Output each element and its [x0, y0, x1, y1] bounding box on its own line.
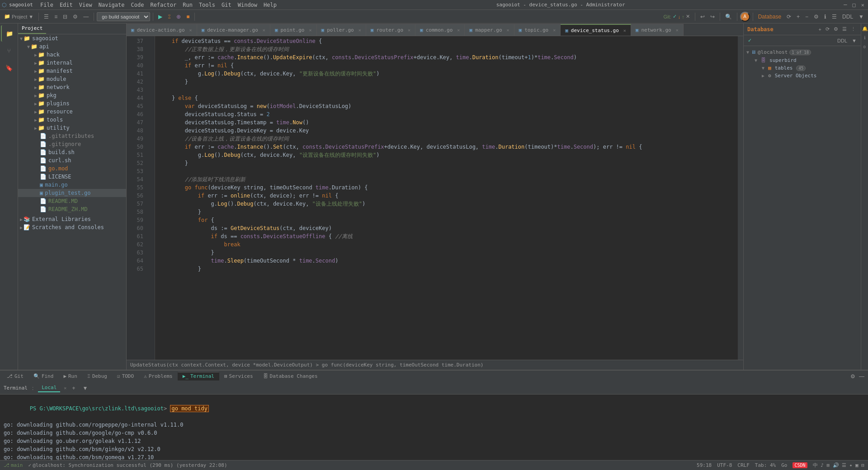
tab-close-icon[interactable]: ✕	[457, 28, 460, 33]
menu-item-edit[interactable]: Edit	[57, 2, 75, 8]
csdn-logo[interactable]: CSDN	[793, 462, 807, 468]
activity-project-btn[interactable]: 📁	[1, 25, 17, 42]
undo-btn[interactable]: ↩	[698, 13, 707, 21]
tab-router[interactable]: ▣ router.go ✕	[366, 24, 415, 36]
tab-close-icon[interactable]: ✕	[309, 28, 311, 33]
tab-device-status[interactable]: ▣ device_status.go ✕	[561, 24, 631, 36]
sidebar-item-readme-md[interactable]: 📄 README.MD	[18, 197, 126, 205]
sidebar-item-tools[interactable]: ▶ 📁 tools	[18, 116, 126, 124]
collapse-all-btn[interactable]: ⊟	[61, 13, 70, 21]
status-sync[interactable]: ✓ @localhost: Synchronization successful…	[28, 462, 227, 468]
menu-item-refactor[interactable]: Refactor	[147, 2, 179, 8]
db-panel-more-btn[interactable]: ⋮	[849, 25, 857, 33]
menu-item-run[interactable]: Run	[180, 2, 195, 8]
project-selector-btn[interactable]: 📁 Project ▼	[2, 13, 36, 20]
tab-close-icon[interactable]: ✕	[189, 28, 192, 33]
sidebar-item-sagooiot[interactable]: ▼ 📁 sagooiot	[18, 34, 126, 42]
terminal-local-tab[interactable]: Local	[38, 384, 60, 392]
tab-close-icon[interactable]: ✕	[553, 28, 556, 33]
db-toolbar-add[interactable]: +	[794, 13, 802, 21]
sidebar-item-readme-zh-md[interactable]: 📄 README_ZH.MD	[18, 205, 126, 213]
sidebar-item-manifest[interactable]: ▶ 📁 manifest	[18, 67, 126, 75]
db-ddl-btn[interactable]: DDL	[836, 37, 849, 44]
sidebar-item-scratches[interactable]: ▶ 📝 Scratches and Consoles	[18, 223, 126, 231]
sidebar-item-curl-sh[interactable]: 📄 curl.sh	[18, 156, 126, 164]
tab-close-icon[interactable]: ✕	[623, 28, 626, 33]
redo-btn[interactable]: ↪	[708, 13, 717, 21]
user-avatar-btn[interactable]: A	[740, 12, 750, 22]
db-dml-btn[interactable]: ▼	[850, 37, 858, 44]
toggle-sidebar-btn[interactable]: ☰	[42, 13, 51, 21]
code-editor[interactable]: if deviceStatus == consts.DeviceStatueOn…	[155, 36, 738, 360]
db-synced-indicator[interactable]: ✓	[746, 37, 753, 44]
db-panel-props-btn[interactable]: ⚙	[832, 25, 840, 33]
tab-close-icon[interactable]: ✕	[507, 28, 509, 33]
menu-item-help[interactable]: Help	[261, 2, 279, 8]
sidebar-item-license[interactable]: 📄 LICENSE	[18, 173, 126, 181]
bottom-tab-services[interactable]: ⊞ Services	[219, 372, 258, 381]
run-coverage-btn[interactable]: ⊕	[174, 13, 183, 21]
tab-network[interactable]: ▣ network.go ✕	[631, 24, 684, 36]
db-panel-refresh-btn[interactable]: ⟳	[824, 25, 831, 33]
sidebar-item-module[interactable]: ▶ 📁 module	[18, 75, 126, 83]
sidebar-item-hack[interactable]: ▶ 📁 hack	[18, 51, 126, 59]
db-toolbar-refresh[interactable]: ⟳	[784, 13, 793, 21]
terminal-hide-btn[interactable]: —	[857, 372, 866, 381]
tab-close-icon[interactable]: ✕	[359, 28, 361, 33]
minimize-btn[interactable]: ─	[842, 2, 849, 8]
activity-bookmark-btn[interactable]: 🔖	[1, 60, 17, 76]
tab-mapper[interactable]: ▣ mapper.go ✕	[465, 24, 514, 36]
db-localhost-item[interactable]: ▼ 🖥 @localhost 1 of 18	[744, 48, 861, 56]
tab-close-icon[interactable]: ✕	[408, 28, 410, 33]
menu-item-view[interactable]: View	[76, 2, 95, 8]
status-position[interactable]: 59:18	[697, 462, 712, 468]
menu-item-tools[interactable]: Tools	[196, 2, 218, 8]
sidebar-item-internal[interactable]: ▶ 📁 internal	[18, 59, 126, 67]
maximize-btn[interactable]: □	[851, 2, 858, 8]
terminal-content[interactable]: PS G:\WORKSPACE\go\src\zlink.ltd\sagooio…	[0, 395, 868, 460]
tab-topic[interactable]: ▣ topic.go ✕	[514, 24, 561, 36]
db-panel-new-btn[interactable]: +	[817, 25, 823, 33]
tab-close-icon[interactable]: ✕	[676, 28, 679, 33]
terminal-dropdown-btn[interactable]: ▼	[80, 384, 90, 392]
db-toolbar-ddl[interactable]: DDL	[840, 13, 855, 21]
tab-poller[interactable]: ▣ poller.go ✕	[317, 24, 366, 36]
sidebar-item-external-libs[interactable]: ▶ 📚 External Libraries	[18, 215, 126, 223]
bottom-tab-todo[interactable]: ☑ TODO	[112, 372, 139, 381]
expand-all-btn[interactable]: ≡	[52, 13, 60, 21]
menu-item-file[interactable]: File	[38, 2, 56, 8]
stop-btn[interactable]: ■	[184, 13, 192, 21]
terminal-settings-btn[interactable]: ⚙	[849, 372, 857, 381]
status-indent[interactable]: Tab: 4%	[755, 462, 776, 468]
sidebar-item-go-mod[interactable]: 📄 go.mod	[18, 164, 126, 173]
close-btn[interactable]: ✕	[859, 2, 866, 8]
terminal-add-tab-btn[interactable]: +	[70, 384, 77, 392]
tab-common[interactable]: ▣ common.go ✕	[415, 24, 465, 36]
sidebar-item-resource[interactable]: ▶ 📁 resource	[18, 108, 126, 116]
db-toolbar-info[interactable]: ℹ	[822, 13, 829, 21]
close-panel-btn[interactable]: —	[81, 13, 91, 21]
activity-commit-btn[interactable]: ⑂	[1, 42, 17, 59]
db-toolbar-filter[interactable]: ☰	[830, 13, 839, 21]
notification-icon[interactable]: 🔔	[862, 25, 868, 32]
right-icon-2[interactable]: ℹ	[862, 34, 868, 41]
sidebar-item-api[interactable]: ▼ 📁 api	[18, 42, 126, 51]
db-toolbar-minus[interactable]: −	[803, 13, 811, 21]
search-everywhere-btn[interactable]: 🔍	[723, 13, 734, 21]
bottom-tab-find[interactable]: 🔍 Find	[28, 372, 59, 381]
menu-item-window[interactable]: Window	[235, 2, 260, 8]
sidebar-item-network[interactable]: ▶ 📁 network	[18, 83, 126, 91]
sidebar-item-main-go[interactable]: ▣ main.go	[18, 181, 126, 189]
editor-scrollbar[interactable]	[738, 36, 743, 360]
bottom-tab-run[interactable]: ▶ Run	[58, 372, 82, 381]
tab-close-icon[interactable]: ✕	[263, 28, 265, 33]
status-lang[interactable]: Go	[781, 462, 787, 468]
sidebar-item-build-sh[interactable]: 📄 build.sh	[18, 148, 126, 156]
sidebar-item-utility[interactable]: ▶ 📁 utility	[18, 124, 126, 132]
db-toolbar-config[interactable]: ⚙	[811, 13, 821, 21]
right-icon-3[interactable]: ⚙	[862, 43, 868, 50]
db-panel-filter-btn[interactable]: ☰	[841, 25, 848, 33]
git-update-btn[interactable]: Git: ✓ ↓ ↑ ✕	[661, 13, 692, 20]
status-encoding[interactable]: UTF-8	[717, 462, 732, 468]
tab-point[interactable]: ▣ point.go ✕	[270, 24, 317, 36]
